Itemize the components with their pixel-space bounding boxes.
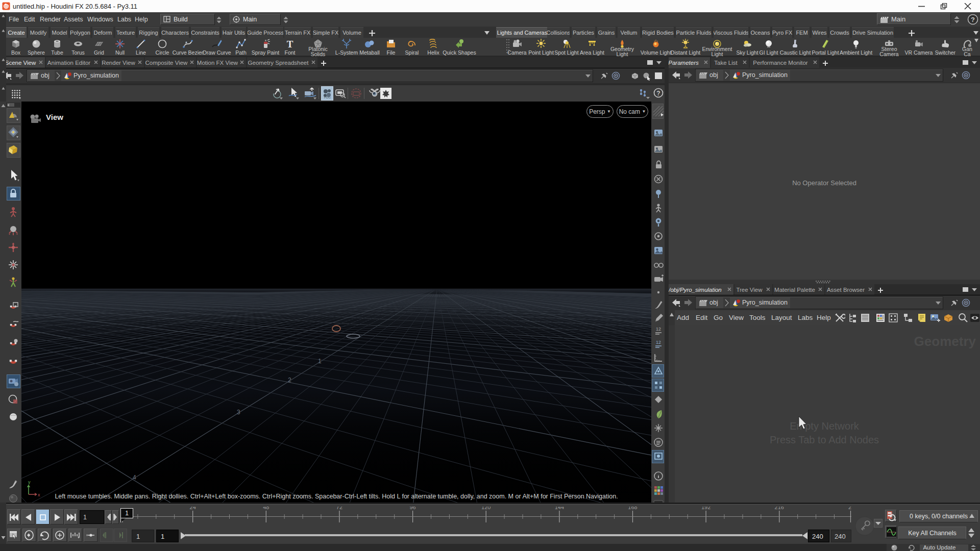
svg-text:24: 24	[190, 507, 196, 510]
svg-text:2: 2	[848, 507, 851, 510]
svg-text:4: 4	[133, 474, 136, 481]
svg-text:PDG: PDG	[324, 96, 331, 99]
svg-text:12: 12	[656, 327, 661, 332]
svg-text:216: 216	[775, 507, 784, 510]
svg-text:144: 144	[555, 507, 564, 510]
svg-text:48: 48	[263, 507, 269, 510]
svg-text:?: ?	[656, 90, 660, 97]
svg-text:72: 72	[336, 507, 342, 510]
svg-text:192: 192	[701, 507, 710, 510]
svg-text:2: 2	[288, 377, 291, 384]
svg-text:168: 168	[628, 507, 637, 510]
svg-text:1: 1	[318, 358, 322, 365]
svg-text:?: ?	[971, 16, 975, 23]
svg-text:T: T	[287, 39, 293, 49]
svg-text:96: 96	[409, 507, 415, 510]
svg-text:y: y	[28, 480, 31, 485]
svg-text:3: 3	[237, 409, 240, 416]
svg-text:120: 120	[481, 507, 491, 510]
svg-text:12: 12	[656, 340, 661, 345]
